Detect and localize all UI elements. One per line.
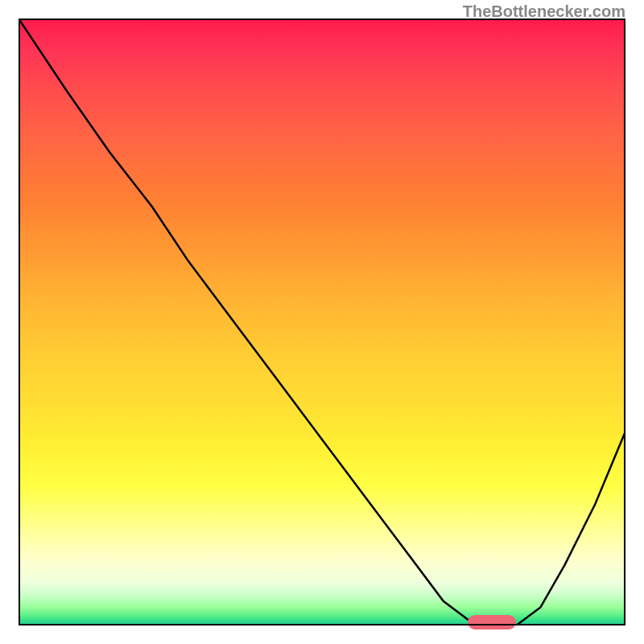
bottleneck-curve bbox=[19, 19, 625, 625]
watermark-text: TheBottlenecker.com bbox=[463, 2, 625, 21]
optimal-range-marker bbox=[468, 615, 516, 630]
bottleneck-chart: TheBottlenecker.com bbox=[0, 0, 644, 644]
